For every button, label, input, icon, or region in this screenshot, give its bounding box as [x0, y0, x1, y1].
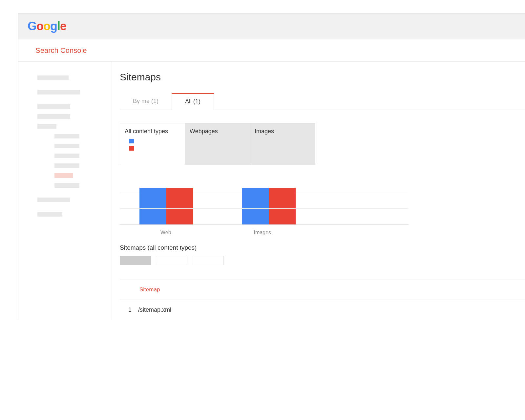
sidebar-subitem-placeholder[interactable]: [54, 183, 79, 188]
bar-web-red: [166, 188, 193, 224]
sidebar-item-placeholder[interactable]: [37, 124, 56, 129]
bar-group-images: [242, 188, 296, 224]
sidebar-item-placeholder[interactable]: [37, 75, 69, 80]
x-axis-labels: Web Images: [120, 225, 409, 236]
top-header: Google: [18, 13, 525, 39]
sidebar-item-placeholder[interactable]: [37, 212, 62, 217]
column-header-sitemap[interactable]: Sitemap: [139, 286, 160, 293]
bar-web-blue: [139, 188, 166, 224]
google-logo: Google: [28, 19, 525, 33]
product-name: Search Console: [35, 46, 87, 54]
sidebar-subitem-placeholder[interactable]: [54, 154, 79, 158]
panel-label: Webpages: [190, 128, 245, 135]
chart-subtitle: Sitemaps (all content types): [120, 244, 409, 251]
panel-label: All content types: [125, 128, 180, 135]
sidebar-item-placeholder[interactable]: [37, 104, 70, 109]
sidebar-subitem-placeholder[interactable]: [54, 163, 79, 168]
filter-option[interactable]: [192, 256, 223, 265]
sidebar-subitem-placeholder[interactable]: [54, 144, 79, 148]
sidebar-item-placeholder[interactable]: [37, 114, 70, 119]
bar-images-blue: [242, 188, 269, 224]
sitemap-table: Sitemap 1 /sitemap.xml: [120, 280, 525, 320]
table-header: Sitemap: [120, 280, 525, 300]
sidebar-item-placeholder[interactable]: [37, 90, 80, 94]
bar-group-web: [139, 188, 193, 224]
legend-swatch-red: [129, 146, 134, 151]
filter-option[interactable]: [156, 256, 187, 265]
row-index: 1: [126, 306, 132, 313]
chart-grid: [120, 188, 409, 225]
panel-all-content-types[interactable]: All content types: [120, 123, 185, 165]
filter-active[interactable]: [120, 256, 151, 265]
x-label-web: Web: [160, 230, 171, 236]
content-type-panels: All content types Webpages Images: [120, 123, 315, 165]
tab-by-me[interactable]: By me (1): [120, 93, 172, 110]
table-row[interactable]: 1 /sitemap.xml: [120, 300, 525, 320]
tab-all[interactable]: All (1): [172, 93, 214, 110]
sitemap-path: /sitemap.xml: [138, 306, 171, 313]
x-label-images: Images: [254, 230, 271, 236]
panel-webpages[interactable]: Webpages: [185, 123, 250, 165]
sidebar-item-placeholder[interactable]: [37, 198, 70, 202]
page-title: Sitemaps: [120, 72, 525, 83]
sidebar-subitem-active-placeholder[interactable]: [54, 173, 73, 178]
chart-area: Web Images Sitemaps (all content types): [120, 188, 409, 265]
legend-swatch-blue: [129, 139, 134, 143]
sidebar: [18, 62, 112, 320]
subheader: Search Console: [18, 39, 525, 62]
panel-label: Images: [255, 128, 310, 135]
filter-row: [120, 256, 409, 265]
sidebar-subitem-placeholder[interactable]: [54, 134, 79, 138]
tabs: By me (1) All (1): [120, 93, 525, 110]
bar-images-red: [269, 188, 296, 224]
panel-images[interactable]: Images: [250, 123, 315, 165]
